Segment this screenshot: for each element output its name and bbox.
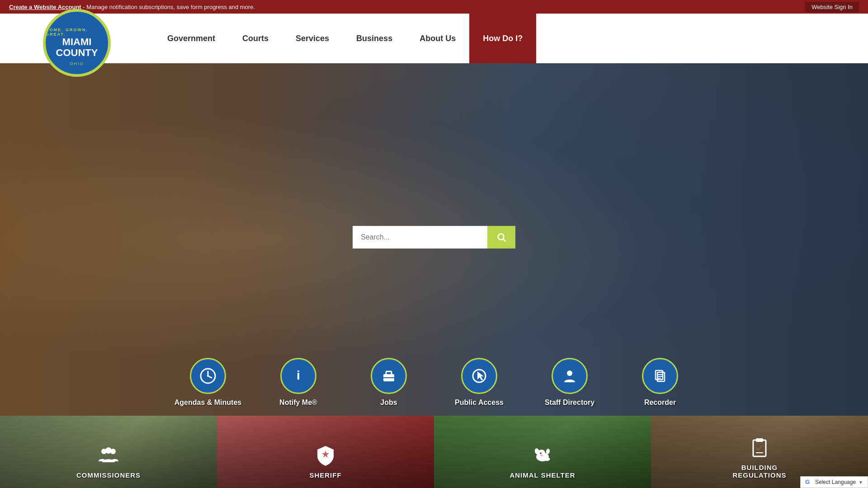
search-input[interactable] [353, 226, 487, 249]
logo-county: MIAMI COUNTY [46, 37, 108, 58]
dog-icon [532, 444, 553, 466]
svg-point-0 [498, 234, 504, 240]
quicklink-jobs-label: Jobs [380, 399, 397, 407]
logo-tagline: HOME. GROWN. GREAT. [46, 28, 108, 37]
card-animal-shelter-label: ANIMAL SHELTER [509, 471, 575, 479]
nav-services[interactable]: Services [282, 14, 343, 63]
quicklink-staff-directory-label: Staff Directory [545, 399, 594, 407]
logo-state: OHIO [70, 61, 84, 66]
quicklink-public-access-icon-circle [461, 358, 497, 394]
card-commissioners[interactable]: COMMISSIONERS [0, 416, 217, 488]
logo-area: HOME. GROWN. GREAT. MIAMI COUNTY OHIO [0, 0, 154, 77]
clock-icon [199, 367, 217, 385]
sheriff-icon [315, 444, 336, 468]
nav-government[interactable]: Government [154, 14, 229, 63]
quicklink-recorder[interactable]: Recorder [615, 358, 705, 407]
animal-shelter-icon [532, 444, 553, 468]
quicklink-notify[interactable]: i Notify Me® [253, 358, 344, 407]
nav-how-do-i[interactable]: How Do I? [469, 14, 536, 63]
card-commissioners-label: COMMISSIONERS [76, 471, 141, 479]
logo[interactable]: HOME. GROWN. GREAT. MIAMI COUNTY OHIO [43, 9, 111, 77]
quicklink-jobs[interactable]: Jobs [344, 358, 434, 407]
quicklink-agendas[interactable]: Agendas & Minutes [163, 358, 253, 407]
people-icon [98, 444, 119, 466]
website-signin-button[interactable]: Website Sign In [805, 2, 859, 12]
quicklink-public-access[interactable]: Public Access [434, 358, 524, 407]
search-icon [496, 232, 506, 242]
svg-point-28 [540, 455, 543, 456]
search-container [353, 226, 515, 249]
svg-point-20 [105, 447, 112, 454]
card-sheriff-label: SHERIFF [309, 471, 341, 479]
cursor-icon [470, 367, 488, 385]
quicklink-notify-label: Notify Me® [279, 399, 317, 407]
svg-rect-30 [756, 438, 763, 442]
google-logo: G [805, 479, 812, 486]
quicklink-notify-icon-circle: i [280, 358, 316, 394]
quicklink-staff-directory[interactable]: Staff Directory [524, 358, 615, 407]
nav-business[interactable]: Business [343, 14, 406, 63]
card-sheriff[interactable]: SHERIFF [217, 416, 434, 488]
person-icon [561, 367, 579, 385]
svg-line-1 [503, 239, 505, 241]
documents-icon [651, 367, 669, 385]
nav-courts[interactable]: Courts [229, 14, 282, 63]
translate-bar: G Select Language ▼ [800, 476, 868, 488]
info-icon: i [289, 367, 307, 385]
quick-links-row: Agendas & Minutes i Notify Me® Jobs [0, 358, 868, 416]
briefcase-icon [380, 367, 398, 385]
clipboard-icon [749, 436, 770, 458]
quicklink-agendas-label: Agendas & Minutes [175, 399, 241, 407]
svg-point-12 [567, 371, 572, 376]
svg-point-5 [207, 375, 209, 377]
hero-section: Agendas & Minutes i Notify Me® Jobs [0, 63, 868, 416]
commissioners-icon [98, 444, 119, 468]
quicklink-recorder-icon-circle [642, 358, 678, 394]
main-nav: Government Courts Services Business Abou… [154, 14, 868, 63]
translate-dropdown-arrow[interactable]: ▼ [859, 480, 863, 485]
svg-text:i: i [297, 368, 300, 382]
shield-star-icon [315, 444, 336, 466]
card-animal-shelter[interactable]: ANIMAL SHELTER [434, 416, 651, 488]
search-button[interactable] [487, 226, 515, 249]
building-regulations-icon [749, 436, 770, 460]
quicklink-agendas-icon-circle [190, 358, 226, 394]
card-building-regulations-label: BUILDINGREGULATIONS [732, 464, 786, 479]
quicklink-jobs-icon-circle [371, 358, 407, 394]
quicklink-public-access-label: Public Access [455, 399, 504, 407]
svg-point-27 [540, 452, 542, 454]
quicklink-staff-directory-icon-circle [552, 358, 588, 394]
cards-section: COMMISSIONERS SHERIFF ANIMAL SHELTER [0, 416, 868, 488]
header: HOME. GROWN. GREAT. MIAMI COUNTY OHIO Go… [0, 14, 868, 63]
svg-marker-11 [477, 371, 484, 380]
quicklink-recorder-label: Recorder [644, 399, 676, 407]
select-language-label[interactable]: Select Language [815, 479, 856, 485]
nav-about-us[interactable]: About Us [406, 14, 469, 63]
